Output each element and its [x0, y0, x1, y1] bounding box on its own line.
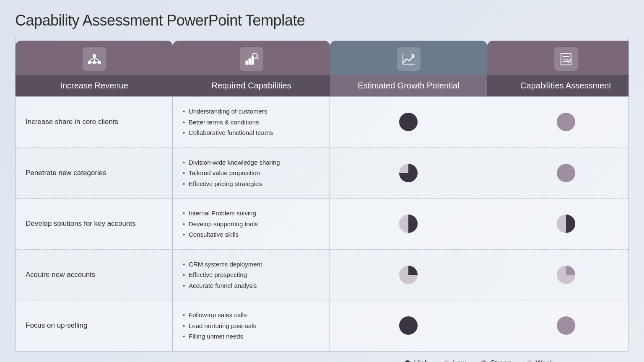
legend-high-dot — [405, 360, 410, 362]
row3-bullets: Internal Problem solving Develop support… — [183, 208, 258, 240]
legend-weak-dot — [527, 360, 532, 362]
pie-full-dark-icon — [397, 315, 419, 336]
pie-full-icon — [397, 111, 419, 133]
col4-label: Capabilities Assessment — [487, 75, 629, 96]
legend-low: Low — [444, 359, 466, 362]
col1-header — [16, 37, 173, 75]
col3-header — [330, 37, 487, 75]
table-row: Acquire new accounts CRM systems deploym… — [16, 250, 628, 301]
col1-icon-box — [83, 47, 106, 71]
col4-header — [487, 37, 629, 75]
row5-label: Focus on up-selling — [26, 321, 87, 331]
col2-header — [173, 37, 330, 75]
svg-point-5 — [93, 54, 96, 57]
row5-bullets-cell: Follow-up sales calls Lead nurturing pos… — [173, 300, 330, 351]
row3-assessment-cell — [487, 199, 629, 249]
pie-quarter-muted-icon — [555, 264, 577, 286]
header-label-row: Increase Revenue Required Capabilities E… — [16, 75, 628, 96]
col2-label: Required Capabilities — [173, 75, 330, 96]
row1-assessment-cell — [487, 97, 629, 147]
col3-icon-box — [397, 47, 421, 71]
bullet-item: Understanding of customers — [183, 106, 273, 117]
row2-assessment-cell — [487, 148, 629, 199]
row2-bullets-cell: Division-wide knowledge sharing Tailored… — [173, 148, 330, 199]
bullet-item: Lead nurturing post-sale — [183, 321, 257, 331]
bullet-item: Better terms & conditions — [183, 117, 273, 128]
search-chart-icon — [244, 52, 259, 67]
table-row: Penetrate new categories Division-wide k… — [16, 148, 628, 199]
row4-bullets-cell: CRM systems deployment Effective prospec… — [173, 250, 330, 300]
pie-full-muted2-icon — [555, 315, 577, 336]
row5-growth-cell — [330, 300, 487, 351]
row3-label: Develop solutions for key accounts — [26, 219, 136, 229]
row1-label-cell: Increase share in core clients — [16, 97, 173, 147]
pie-quarter-icon — [397, 264, 419, 286]
bullet-item: Effective pricing strategies — [183, 178, 280, 189]
legend-strong-label: Strong — [490, 359, 511, 362]
legend-weak: Weak — [527, 359, 554, 362]
header-icon-row — [16, 37, 628, 75]
row1-bullets: Understanding of customers Better terms … — [183, 106, 273, 138]
table-row: Increase share in core clients Understan… — [16, 97, 628, 148]
row2-bullets: Division-wide knowledge sharing Tailored… — [183, 157, 280, 189]
row1-bullets-cell: Understanding of customers Better terms … — [173, 97, 330, 147]
legend-high: High — [405, 359, 428, 362]
bullet-item: Accurate funnel analysis — [183, 280, 262, 291]
row3-bullets-cell: Internal Problem solving Develop support… — [173, 199, 330, 249]
legend-weak-label: Weak — [536, 359, 554, 362]
row1-growth-cell — [330, 97, 487, 147]
row5-label-cell: Focus on up-selling — [16, 300, 173, 351]
legend-row: High Low Strong Weak — [314, 352, 644, 362]
row4-label-cell: Acquire new accounts — [16, 250, 173, 300]
chart-up-icon — [401, 52, 416, 67]
row5-bullets: Follow-up sales calls Lead nurturing pos… — [183, 310, 257, 342]
legend-strong-dot — [481, 360, 487, 362]
bullet-item: CRM systems deployment — [183, 259, 262, 270]
col4-icon-box — [554, 47, 578, 71]
row4-label: Acquire new accounts — [26, 270, 95, 280]
pie-half-icon — [555, 213, 577, 235]
svg-rect-15 — [249, 59, 251, 65]
row4-assessment-cell — [487, 250, 629, 300]
table-row: Focus on up-selling Follow-up sales call… — [16, 300, 628, 351]
pie-full-muted-icon — [555, 111, 577, 133]
col4-icon-bubble — [487, 41, 629, 75]
legend-low-label: Low — [453, 359, 466, 362]
row3-growth-cell — [330, 199, 487, 249]
bullet-item: Effective prospecting — [183, 269, 262, 280]
col1-icon-bubble — [16, 41, 173, 75]
row3-label-cell: Develop solutions for key accounts — [16, 199, 173, 249]
legend-strong: Strong — [481, 359, 511, 362]
bullet-item: Follow-up sales calls — [183, 310, 257, 321]
table-row: Develop solutions for key accounts Inter… — [16, 199, 628, 250]
svg-rect-14 — [246, 61, 248, 65]
pie-half-icon — [397, 213, 419, 235]
pie-three-quarter-icon — [397, 162, 419, 184]
page-title: Capability Assessment PowerPoint Templat… — [0, 0, 644, 37]
bullet-item: Develop supporting tools — [183, 219, 258, 230]
bullet-item: Consultative skills — [183, 229, 258, 240]
row2-growth-cell — [330, 148, 487, 199]
row5-assessment-cell — [487, 300, 629, 351]
col1-label: Increase Revenue — [16, 75, 173, 96]
svg-line-18 — [257, 57, 258, 59]
svg-line-9 — [89, 57, 94, 61]
network-icon — [87, 52, 102, 67]
checklist-icon — [558, 52, 574, 67]
row2-label-cell: Penetrate new categories — [16, 148, 173, 199]
legend-low-dot — [444, 360, 449, 362]
pie-full-muted-icon — [555, 162, 577, 184]
col3-icon-bubble — [330, 41, 487, 75]
data-rows: Increase share in core clients Understan… — [16, 96, 628, 351]
svg-line-10 — [94, 57, 99, 61]
row2-label: Penetrate new categories — [26, 168, 106, 178]
bullet-item: Tailored value proposition — [183, 168, 280, 178]
bullet-item: Internal Problem solving — [183, 208, 258, 219]
col3-label: Estimated Growth Potential — [330, 75, 487, 96]
row4-growth-cell — [330, 250, 487, 300]
col2-icon-box — [240, 47, 263, 71]
main-table: Increase Revenue Required Capabilities E… — [15, 37, 629, 352]
col2-icon-bubble — [173, 41, 330, 75]
bullet-item: Collaborative functional teams — [183, 127, 273, 138]
row1-label: Increase share in core clients — [26, 117, 118, 127]
